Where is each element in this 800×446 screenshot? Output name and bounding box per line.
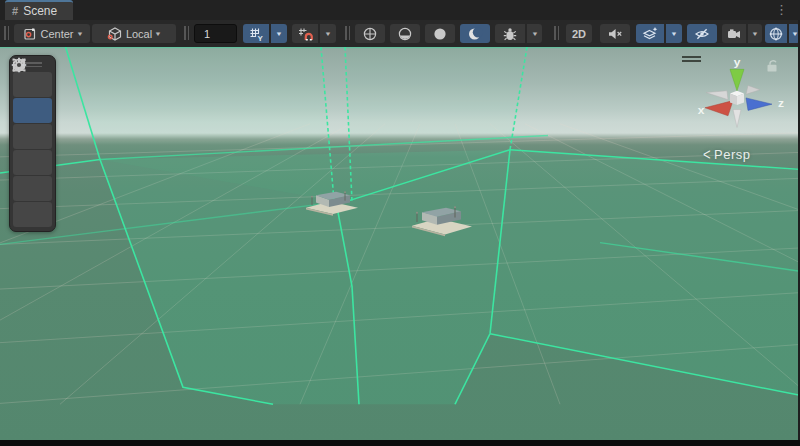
- scene-viewport[interactable]: y x z < Persp: [0, 47, 800, 440]
- overlay-drag-handle[interactable]: [682, 56, 701, 64]
- status-bar: [0, 440, 800, 446]
- pivot-mode-dropdown[interactable]: Center ▼: [14, 24, 90, 43]
- orientation-globe-icon: [768, 26, 784, 42]
- pivot-center-icon: [22, 26, 38, 42]
- grid-snap-drag-handle[interactable]: [183, 26, 190, 40]
- tools-overlay: [9, 55, 56, 232]
- axis-z-cone[interactable]: [746, 98, 772, 111]
- grid-visibility-button[interactable]: Y: [243, 24, 269, 43]
- tab-bar: # Scene ⋮: [0, 0, 800, 21]
- shading-solid-toggle[interactable]: [425, 24, 455, 43]
- handle-orientation-dropdown[interactable]: Local ▼: [92, 24, 176, 43]
- axis-neg-cone[interactable]: [706, 91, 728, 100]
- debug-draw-mode-button[interactable]: [495, 24, 525, 43]
- camera-icon: [726, 26, 742, 42]
- toolbar-drag-handle-2[interactable]: [553, 26, 560, 40]
- chevron-down-icon: ▼: [531, 31, 538, 37]
- axis-x-cone[interactable]: [705, 101, 733, 116]
- snap-increment-input[interactable]: [194, 24, 237, 43]
- crescent-moon-icon: [467, 26, 483, 42]
- pivot-mode-label: Center: [41, 28, 74, 40]
- orientation-mode-label: Local: [126, 28, 152, 40]
- scene-audio-toggle[interactable]: [600, 24, 630, 43]
- window-more-menu-icon[interactable]: ⋮: [775, 1, 788, 19]
- snap-settings-button[interactable]: [292, 24, 318, 43]
- toolbar-drag-handle[interactable]: [3, 26, 10, 40]
- move-tool-button[interactable]: [13, 98, 52, 123]
- unity-scene-view-window: # Scene ⋮ Center ▼ Local ▼: [0, 0, 800, 446]
- half-shaded-sphere-icon: [397, 26, 413, 42]
- scene-camera-dropdown[interactable]: ▼: [748, 24, 762, 43]
- tab-scene[interactable]: # Scene: [5, 0, 73, 20]
- scene-lighting-toggle[interactable]: [460, 24, 490, 43]
- debug-draw-mode-dropdown[interactable]: ▼: [527, 24, 542, 43]
- wire-sphere-icon: [362, 26, 378, 42]
- rotate-tool-button[interactable]: [13, 124, 52, 149]
- rect-tool-button[interactable]: [13, 176, 52, 201]
- axis-y-cone[interactable]: [730, 69, 744, 90]
- shading-wireframe-toggle[interactable]: [355, 24, 385, 43]
- chevron-down-icon: ▼: [751, 31, 758, 37]
- scene-effects-toggle[interactable]: [636, 24, 664, 43]
- chevron-down-icon: ▼: [154, 31, 161, 37]
- scene-gizmos-toggle[interactable]: [765, 24, 787, 43]
- chevron-down-icon: ▼: [670, 31, 677, 37]
- scene-effects-dropdown[interactable]: ▼: [666, 24, 682, 43]
- chevron-down-icon: ▼: [324, 31, 331, 37]
- view-options-drag-handle[interactable]: [344, 26, 351, 40]
- transform-tool-button[interactable]: [13, 202, 52, 227]
- svg-text:Y: Y: [258, 33, 264, 42]
- scene-tab-grid-icon: #: [12, 5, 18, 17]
- shading-shaded-wire-toggle[interactable]: [390, 24, 420, 43]
- axis-z-label: z: [778, 97, 784, 108]
- solid-sphere-icon: [432, 26, 448, 42]
- transform-icon: [10, 56, 28, 74]
- gizmo-lock-icon[interactable]: [768, 61, 777, 72]
- local-cube-icon: [107, 26, 123, 42]
- snap-settings-dropdown[interactable]: ▼: [320, 24, 336, 43]
- pan-tool-button[interactable]: [13, 72, 52, 97]
- view-2d-label: 2D: [572, 28, 586, 40]
- speaker-muted-icon: [607, 26, 623, 42]
- persp-chevron-icon: <: [703, 145, 711, 164]
- axis-neg-y-cone[interactable]: [733, 110, 741, 128]
- grid-visibility-dropdown[interactable]: ▼: [271, 24, 287, 43]
- axis-neg-cone[interactable]: [746, 85, 760, 94]
- grid-y-axis-icon: Y: [248, 26, 264, 42]
- bug-icon: [502, 26, 518, 42]
- axis-x-label: x: [698, 105, 705, 116]
- projection-label: Persp: [714, 147, 750, 162]
- hidden-objects-toggle[interactable]: [687, 24, 717, 43]
- scene-render: y x z: [0, 47, 800, 440]
- scale-tool-button[interactable]: [13, 150, 52, 175]
- projection-toggle[interactable]: < Persp: [703, 147, 751, 162]
- axis-y-label: y: [734, 56, 741, 67]
- eye-slash-icon: [694, 26, 710, 42]
- scene-toolbar: Center ▼ Local ▼ Y ▼: [0, 20, 800, 48]
- grid-magnet-icon: [297, 26, 313, 42]
- chevron-down-icon: ▼: [76, 31, 83, 37]
- scene-camera-button[interactable]: [722, 24, 746, 43]
- effects-layers-icon: [642, 26, 658, 42]
- view-2d-toggle[interactable]: 2D: [566, 24, 592, 43]
- chevron-down-icon: ▼: [275, 31, 282, 37]
- tab-label: Scene: [23, 4, 57, 18]
